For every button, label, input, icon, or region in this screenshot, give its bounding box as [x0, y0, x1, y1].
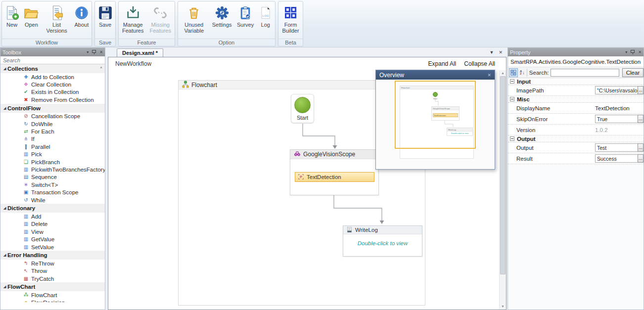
output-more-button[interactable]: ... [638, 143, 644, 152]
scroll-up-icon[interactable]: ▲ [500, 71, 506, 75]
scrollbar-thumb[interactable] [500, 76, 506, 274]
if-icon [22, 136, 30, 141]
unused-variable-button[interactable]: Unused Variable [181, 2, 207, 39]
result-value-field[interactable]: Success [595, 154, 639, 163]
toolbox-item-dict-add[interactable]: Add [0, 213, 105, 220]
flowdecision-icon [22, 300, 30, 302]
collapse-icon[interactable] [510, 79, 514, 84]
toolbox-item-dict-setvalue[interactable]: SetValue [0, 243, 105, 251]
writelog-hint[interactable]: Double-click to view [343, 240, 422, 246]
toolbox-item-flowdecision[interactable]: FlowDecision [0, 299, 105, 302]
dock-menu-icon[interactable]: ▼ [490, 50, 494, 55]
ribbon-toolbar: New Open List Versions About Workflow Sa… [0, 0, 644, 47]
breadcrumb[interactable]: NewWorkflow [115, 60, 151, 67]
toolbox-item-pick[interactable]: Pick [0, 151, 105, 158]
window-position-icon[interactable]: ▾ [87, 50, 89, 54]
window-position-icon[interactable]: ▾ [625, 50, 627, 54]
overview-viewport-rect[interactable] [395, 81, 476, 149]
writelog-node[interactable]: WriteLog Double-click to view [343, 225, 422, 257]
expand-all-link[interactable]: Expand All [428, 60, 457, 67]
overview-popup[interactable]: Overview ✕ Flowchart Start GoogleVisionS… [375, 70, 495, 170]
property-panel: Property ▾ ✕ SmartRPA.Activities.GoogleC… [507, 47, 644, 310]
scroll-down-icon[interactable]: ▼ [500, 305, 506, 308]
section-output[interactable]: Output [508, 135, 644, 142]
ribbon-group-workflow: New Open List Versions About Workflow [1, 1, 92, 46]
skiponerror-more-button[interactable]: ... [638, 115, 644, 123]
toolbox-item-while[interactable]: While [0, 196, 105, 204]
manage-features-button[interactable]: Manage Features [120, 2, 146, 39]
property-toolbar: AZ↓ Search: Clear [508, 67, 644, 78]
save-button[interactable]: Save [98, 2, 113, 39]
toolbox-item-add-to-collection[interactable]: Add to Collection [0, 73, 105, 81]
toolbox-item-transaction-scope[interactable]: Transaction Scope [0, 188, 105, 196]
imagepath-more-button[interactable]: ... [638, 86, 644, 94]
list-versions-button[interactable]: List Versions [44, 2, 70, 39]
settings-gear-icon [215, 4, 230, 22]
toolbox-item-rethrow[interactable]: ReThrow [0, 260, 105, 267]
sort-alphabetical-icon[interactable]: AZ↓ [520, 70, 525, 75]
toolbox-item-pickbranch[interactable]: PickBranch [0, 158, 105, 166]
overview-titlebar[interactable]: Overview ✕ [376, 70, 495, 80]
toolbox-item-for-each[interactable]: For Each [0, 128, 105, 135]
ribbon-group-option: Unused Variable Settings Survey LOG Log … [178, 1, 276, 46]
close-icon[interactable]: ✕ [638, 50, 642, 54]
toolbox-section-flowchart[interactable]: FlowChart [0, 282, 105, 291]
toolbox-item-if[interactable]: If [0, 135, 105, 143]
list-versions-icon [49, 4, 64, 22]
form-builder-button[interactable]: Form Builder [279, 2, 302, 39]
imagepath-value-field[interactable]: "C:\Users\ravsalom [595, 86, 639, 94]
textdetection-activity[interactable]: TextDetection [295, 172, 374, 182]
categorize-icon[interactable] [509, 68, 518, 77]
toolbox-item-remove-from-collection[interactable]: Remove From Collection [0, 96, 105, 103]
toolbox-item-throw[interactable]: Throw [0, 267, 105, 275]
skiponerror-value-field[interactable]: True [595, 115, 639, 123]
toolbox-item-clear-collection[interactable]: Clear Collection [0, 81, 105, 88]
toolbox-item-dict-getvalue[interactable]: GetValue [0, 235, 105, 243]
toolbox-item-sequence[interactable]: Sequence [0, 174, 105, 181]
output-value-field[interactable]: Test [595, 143, 639, 152]
toolbox-item-pickwithtwobranchesfactory[interactable]: PickwithTwoBranchesFactory [0, 166, 105, 173]
close-icon[interactable]: ✕ [487, 73, 491, 78]
toolbox-section-collections[interactable]: Collections [0, 64, 105, 73]
tab-design-xaml[interactable]: Design.xaml * [117, 48, 163, 57]
clear-button[interactable]: Clear [622, 68, 644, 77]
close-icon[interactable]: ✕ [99, 50, 103, 54]
survey-button[interactable]: Survey [237, 2, 254, 39]
result-more-button[interactable]: ... [638, 154, 644, 163]
writelog-header[interactable]: WriteLog [343, 226, 422, 234]
toolbox-search-input[interactable] [0, 56, 105, 64]
scroll-up-icon[interactable]: ▲ [99, 65, 103, 69]
toolbox-item-parallel[interactable]: Parallel [0, 143, 105, 150]
toolbox-item-trycatch[interactable]: TryCatch [0, 275, 105, 282]
missing-features-button[interactable]: Missing Features [147, 2, 173, 39]
collapse-icon[interactable] [510, 136, 514, 141]
toolbox-item-switch[interactable]: Switch<T> [0, 181, 105, 188]
section-misc[interactable]: Misc [508, 96, 644, 103]
toolbox-item-exists-in-collection[interactable]: Exists in Collection [0, 89, 105, 96]
toolbox-section-dictionary[interactable]: Dictionary [0, 204, 105, 213]
pin-icon[interactable] [631, 50, 635, 54]
open-button[interactable]: Open [23, 2, 39, 39]
collapse-all-link[interactable]: Collapse All [464, 60, 495, 67]
toolbox-item-dict-view[interactable]: View [0, 228, 105, 235]
toolbox-section-error-handling[interactable]: Error Handling [0, 251, 105, 260]
new-button[interactable]: New [4, 2, 19, 39]
displayname-value[interactable]: TextDetection [595, 105, 630, 111]
section-input[interactable]: Input [508, 78, 644, 85]
property-search-input[interactable] [551, 69, 619, 77]
start-node[interactable]: Start [291, 94, 314, 123]
googlevisionscope-header[interactable]: GoogleVisionScope [290, 150, 378, 159]
settings-button[interactable]: Settings [212, 2, 232, 39]
close-icon[interactable]: ✕ [499, 50, 503, 55]
vertical-scrollbar[interactable]: ▲ ▼ [499, 70, 506, 310]
pin-icon[interactable] [92, 50, 96, 54]
toolbox-item-flowchart[interactable]: FlowChart [0, 291, 105, 299]
toolbox-section-controlflow[interactable]: ControlFlow [0, 104, 105, 113]
log-button[interactable]: LOG Log [259, 2, 272, 39]
collapse-icon[interactable] [510, 97, 514, 101]
googlevisionscope-node[interactable]: GoogleVisionScope TextDetection [290, 149, 379, 195]
toolbox-item-cancellation-scope[interactable]: Cancellation Scope [0, 113, 105, 120]
toolbox-item-dict-delete[interactable]: Delete [0, 221, 105, 228]
about-button[interactable]: About [74, 2, 89, 39]
toolbox-item-dowhile[interactable]: DoWhile [0, 120, 105, 128]
